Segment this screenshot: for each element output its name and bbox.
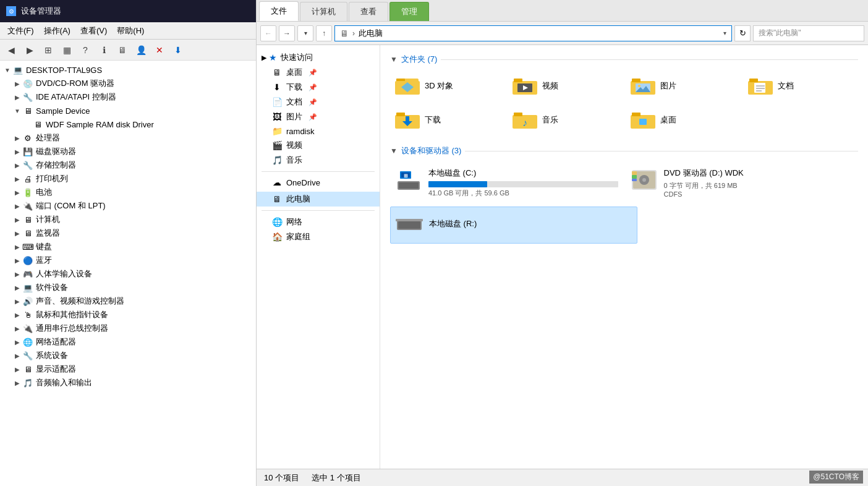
sidebar-item-network[interactable]: 🌐 网络	[257, 215, 380, 229]
menu-view[interactable]: 查看(V)	[75, 24, 112, 38]
tree-usb[interactable]: ▶ 🔌 通用串行总线控制器	[0, 322, 256, 335]
drive-d[interactable]: DVD 驱动器 (D:) WDK 0 字节 可用，共 619 MB CDFS	[626, 161, 859, 204]
expander-bluetooth[interactable]: ▶	[12, 257, 22, 264]
toolbar-info[interactable]: ℹ	[95, 41, 113, 59]
expander-display[interactable]: ▶	[12, 366, 22, 373]
expander-battery[interactable]: ▶	[12, 189, 22, 196]
expander-storage[interactable]: ▶	[12, 162, 22, 169]
address-refresh[interactable]: ↻	[734, 25, 751, 41]
toolbar-forward[interactable]: ▶	[21, 41, 38, 59]
tab-view[interactable]: 查看	[349, 2, 388, 21]
toolbar-user[interactable]: 👤	[132, 41, 150, 59]
toolbar-download[interactable]: ⬇	[169, 41, 187, 59]
menu-help[interactable]: 帮助(H)	[112, 24, 149, 38]
expander-sound[interactable]: ▶	[12, 298, 22, 305]
tree-audio[interactable]: ▶ 🎵 音频输入和输出	[0, 376, 256, 390]
folder-item-3d[interactable]: 3D 对象	[390, 70, 505, 101]
folder-item-picture[interactable]: 图片	[626, 70, 741, 101]
expander-sample[interactable]: ▼	[12, 108, 22, 114]
drive-c[interactable]: ⊞ 本地磁盘 (C:) 41.0 GB 可用，共 59.6 GB	[390, 161, 623, 204]
toolbar-back[interactable]: ◀	[2, 41, 20, 59]
tree-network[interactable]: ▶ 🌐 网络适配器	[0, 335, 256, 349]
tree-keyboard[interactable]: ▶ ⌨ 键盘	[0, 240, 256, 254]
expander-software[interactable]: ▶	[12, 284, 22, 291]
expander-cpu[interactable]: ▶	[12, 135, 22, 142]
address-input[interactable]: 🖥 › 此电脑 ▾	[334, 25, 732, 41]
toolbar-remove[interactable]: ✕	[151, 41, 168, 59]
tree-ide[interactable]: ▶ 🔧 IDE ATA/ATAPI 控制器	[0, 90, 256, 104]
folder-item-music[interactable]: ♪ 音乐	[508, 104, 623, 135]
tree-hid[interactable]: ▶ 🎮 人体学输入设备	[0, 267, 256, 281]
sidebar-item-onedrive[interactable]: ☁ OneDrive	[257, 176, 380, 189]
search-box[interactable]: 搜索"此电脑"	[753, 25, 864, 41]
sidebar-header-quick-access[interactable]: ▶ ★ 快速访问	[257, 50, 380, 65]
pin-pictures: 📌	[308, 113, 317, 121]
toolbar-computer[interactable]: 🖥	[114, 41, 131, 59]
tree-port[interactable]: ▶ 🔌 端口 (COM 和 LPT)	[0, 199, 256, 213]
tree-computer[interactable]: ▶ 🖥 计算机	[0, 213, 256, 226]
nav-dropdown[interactable]: ▾	[297, 25, 313, 41]
expander-ide[interactable]: ▶	[12, 94, 22, 101]
tree-print[interactable]: ▶ 🖨 打印机列	[0, 172, 256, 185]
nav-back[interactable]: ←	[260, 25, 276, 41]
expander-usb[interactable]: ▶	[12, 325, 22, 332]
folder-item-document[interactable]: 文档	[743, 70, 858, 101]
toolbar-help[interactable]: ?	[77, 41, 94, 59]
sidebar-item-thispc[interactable]: 🖥 此电脑	[257, 192, 380, 207]
expander-monitor[interactable]: ▶	[12, 230, 22, 237]
address-dropdown-arrow[interactable]: ▾	[723, 30, 726, 36]
tree-software[interactable]: ▶ 💻 软件设备	[0, 281, 256, 294]
toolbar-grid1[interactable]: ⊞	[40, 41, 57, 59]
tree-storage[interactable]: ▶ 🔧 存储控制器	[0, 158, 256, 172]
sidebar-item-pictures[interactable]: 🖼 图片 📌	[257, 109, 380, 124]
tree-dvdcd[interactable]: ▶ 💿 DVD/CD-ROM 驱动器	[0, 77, 256, 90]
expander-keyboard[interactable]: ▶	[12, 244, 22, 250]
tree-bluetooth[interactable]: ▶ 🔵 蓝牙	[0, 254, 256, 267]
tree-wdf[interactable]: ▶ 🖥 WDF Sample RAM disk Driver	[0, 117, 256, 131]
sidebar-item-downloads[interactable]: ⬇ 下载 📌	[257, 80, 380, 95]
nav-up[interactable]: ↑	[316, 25, 332, 41]
tree-disk[interactable]: ▶ 💾 磁盘驱动器	[0, 145, 256, 158]
tree-sound[interactable]: ▶ 🔊 声音、视频和游戏控制器	[0, 294, 256, 308]
folder-item-download[interactable]: 下载	[390, 104, 505, 135]
expander-computer[interactable]: ▶	[12, 216, 22, 223]
menu-file[interactable]: 文件(F)	[2, 24, 39, 38]
folders-collapse-icon[interactable]: ▼	[390, 55, 398, 64]
tab-file[interactable]: 文件	[259, 1, 299, 21]
expander-network[interactable]: ▶	[12, 339, 22, 346]
drives-collapse-icon[interactable]: ▼	[390, 147, 398, 155]
expander-print[interactable]: ▶	[12, 176, 22, 182]
expander-mouse[interactable]: ▶	[12, 312, 22, 318]
sidebar-item-homegroup[interactable]: 🏠 家庭组	[257, 229, 380, 244]
tree-battery[interactable]: ▶ 🔋 电池	[0, 185, 256, 199]
expander-hid[interactable]: ▶	[12, 271, 22, 278]
folder-item-desktop[interactable]: 桌面	[626, 104, 741, 135]
expander-system[interactable]: ▶	[12, 352, 22, 359]
folder-item-video[interactable]: 视频	[508, 70, 623, 101]
tree-mouse[interactable]: ▶ 🖱 鼠标和其他指针设备	[0, 308, 256, 322]
expander-root[interactable]: ▼	[2, 67, 12, 74]
expander-dvdcd[interactable]: ▶	[12, 80, 22, 87]
tab-manage[interactable]: 管理	[389, 2, 429, 21]
tree-sample[interactable]: ▼ 🖥 Sample Device	[0, 104, 256, 117]
sidebar-item-desktop[interactable]: 🖥 桌面 📌	[257, 65, 380, 80]
sidebar-item-music[interactable]: 🎵 音乐	[257, 153, 380, 168]
toolbar-grid2[interactable]: ▦	[58, 41, 75, 59]
drive-r[interactable]: 本地磁盘 (R:)	[390, 207, 637, 244]
tree-monitor[interactable]: ▶ 🖥 监视器	[0, 226, 256, 240]
nav-forward[interactable]: →	[279, 25, 295, 41]
sidebar-item-ramdisk[interactable]: 📁 ramdisk	[257, 124, 380, 138]
tree-display[interactable]: ▶ 🖥 显示适配器	[0, 362, 256, 376]
sidebar-item-documents[interactable]: 📄 文档 📌	[257, 95, 380, 109]
expander-audio[interactable]: ▶	[12, 380, 22, 386]
expander-disk[interactable]: ▶	[12, 148, 22, 155]
quick-access-star-icon: ★	[269, 53, 277, 62]
menu-action[interactable]: 操作(A)	[39, 24, 75, 38]
tab-computer[interactable]: 计算机	[300, 2, 347, 21]
icon-cpu: ⚙	[22, 132, 33, 143]
expander-port[interactable]: ▶	[12, 203, 22, 210]
sidebar-item-videos[interactable]: 🎬 视频	[257, 138, 380, 153]
tree-system[interactable]: ▶ 🔧 系统设备	[0, 349, 256, 362]
tree-cpu[interactable]: ▶ ⚙ 处理器	[0, 131, 256, 145]
tree-root[interactable]: ▼ 💻 DESKTOP-TTAL9GS	[0, 63, 256, 77]
